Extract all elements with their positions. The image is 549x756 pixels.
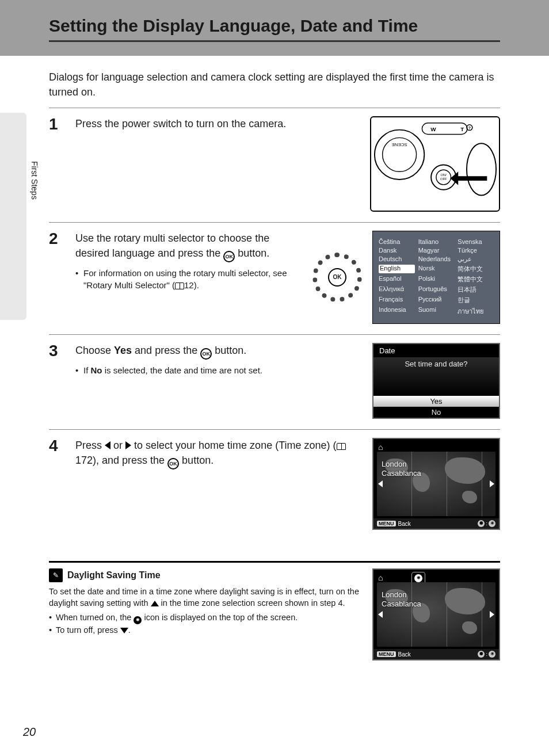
tz-city-1: London [382,460,406,468]
language-option: 한글 [458,296,494,304]
date-screen-yes: Yes [373,396,499,407]
note-title: Daylight Saving Time [67,570,161,581]
book-icon [337,443,346,450]
tz-left-arrow-icon [378,480,383,487]
dst-icon: ✺ [134,616,142,624]
tz-right-arrow-icon [490,480,494,487]
language-option: Čeština [379,238,415,245]
note-bullet-1: When turned on, the ✺ icon is displayed … [49,612,362,624]
language-option: Deutsch [379,255,415,263]
rotary-ok-icon: OK [328,268,346,287]
language-option: Norsk [418,265,455,273]
language-option: 简体中文 [458,265,494,273]
language-option: عربي [458,255,494,263]
language-option: 日本語 [458,285,494,294]
home-icon: ⌂ [378,573,383,582]
language-option: Português [418,285,455,294]
svg-text:W: W [430,126,436,132]
language-option: Español [379,275,415,284]
step-1-text: Press the power switch to turn on the ca… [75,116,363,131]
note-text: To set the date and time in a time zone … [49,586,362,609]
tz-left-arrow-icon [378,611,383,618]
svg-point-1 [375,130,424,180]
tz-dst-toggle-icon: ✺ [478,651,485,658]
step-2-text: Use the rotary multi selector to choose … [75,231,306,262]
tz-city-1: London [382,590,406,599]
step-1: 1 Press the power switch to turn on the … [49,108,500,222]
home-icon: ⌂ [378,442,383,452]
language-option: Français [379,296,415,304]
tz-sun-icon: ☀ [489,520,495,527]
language-option: Русский [418,296,455,304]
svg-text:OFF: OFF [440,177,447,181]
language-option: Türkçe [458,247,494,254]
language-option: Svenska [458,238,494,245]
tz-back-label: Back [398,651,478,658]
language-option: Nederlands [418,255,455,263]
svg-text:SCENE: SCENE [392,142,407,147]
menu-badge: MENU [377,521,396,526]
language-option: Dansk [379,247,415,254]
language-option: Suomi [418,306,455,316]
svg-text:ON/: ON/ [440,173,447,177]
up-arrow-icon [151,601,159,606]
tz-city-2: Casablanca [382,600,421,608]
tz-city-2: Casablanca [382,469,421,478]
date-screen-prompt: Set time and date? [373,357,499,396]
step-1-number: 1 [49,116,75,132]
language-option: ภาษาไทย [458,306,494,316]
step-3-number: 3 [49,343,75,359]
tz-right-arrow-icon [490,611,494,618]
language-option: English [379,265,415,273]
book-icon [175,282,184,289]
ok-icon: OK [200,348,212,360]
daylight-saving-note: ✎ Daylight Saving Time To set the date a… [49,561,500,660]
side-label: First Steps [30,161,39,200]
intro-text: Dialogs for language selection and camer… [49,70,500,100]
side-tab [0,113,26,320]
step-4: 4 Press or to select your home time zone… [49,429,500,540]
language-option: Italiano [418,238,455,245]
language-option: Polski [418,275,455,284]
tz-sun-icon: ☀ [489,651,495,658]
language-option: 繁體中文 [458,275,494,284]
date-screen-title: Date [373,344,499,357]
language-option: Ελληνικά [379,285,415,294]
right-arrow-icon [125,441,131,449]
step-4-text: Press or to select your home time zone (… [75,438,365,469]
left-arrow-icon [105,441,110,449]
language-screen: ČeštinaItalianoSvenskaDanskMagyarTürkçeD… [372,231,500,324]
svg-rect-0 [373,120,497,209]
page-number: 20 [23,726,36,739]
down-arrow-icon [120,628,128,633]
svg-point-8 [467,143,496,195]
step-3: 3 Choose Yes and press the OK button. If… [49,334,500,429]
camera-top-illustration: SCENE ON/ OFF W T ? [370,116,500,212]
svg-text:?: ? [468,126,471,130]
language-option: Magyar [418,247,455,254]
step-3-sub: If No is selected, the date and time are… [75,364,365,376]
date-screen-no: No [373,407,499,418]
language-option: Indonesia [379,306,415,316]
step-2-number: 2 [49,231,75,247]
tz-dst-toggle-icon: ✺ [478,520,485,527]
step-4-number: 4 [49,438,75,454]
step-2: 2 Use the rotary multi selector to choos… [49,222,500,334]
menu-badge: MENU [377,651,396,657]
timezone-screen: ⌂ London Casablanca MENU Back ✺:☀ [372,438,500,530]
timezone-screen-dst: ⌂ ✺ London Casablanca MENU Back [372,568,500,660]
date-screen: Date Set time and date? Yes No [372,343,500,419]
page-title: Setting the Display Language, Date and T… [49,16,500,40]
tz-back-label: Back [398,521,478,527]
svg-text:T: T [460,126,464,132]
ok-icon: OK [167,458,179,469]
step-2-sub: For information on using the rotary mult… [75,267,306,291]
note-icon: ✎ [49,568,63,582]
step-3-text: Choose Yes and press the OK button. [75,343,365,360]
ok-icon: OK [223,251,235,262]
header-band: Setting the Display Language, Date and T… [0,0,549,56]
note-bullet-2: To turn off, press . [49,624,362,636]
rotary-selector-illustration: OK [312,253,362,302]
